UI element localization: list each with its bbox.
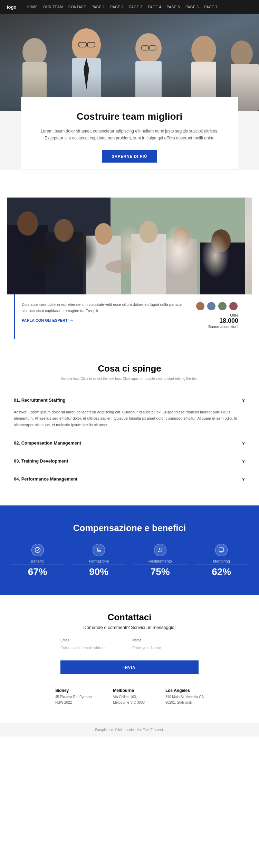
- accordion-header-1[interactable]: 01. Recruitment Staffing ∨: [10, 391, 249, 409]
- formazione-icon-wrap: [93, 544, 105, 556]
- contact-section: Contattaci Domande o commenti? Scrivici …: [0, 595, 259, 723]
- svg-point-35: [35, 547, 40, 552]
- svg-rect-32: [200, 243, 245, 294]
- nav-page4[interactable]: PAGE 4: [148, 5, 161, 9]
- contact-title: Contattaci: [10, 612, 249, 623]
- submit-button[interactable]: INVIA: [60, 660, 199, 674]
- info-body: Duis aute irure dolor in reprehenderit i…: [22, 301, 185, 314]
- nav-page6[interactable]: PAGE 6: [185, 5, 199, 9]
- svg-rect-21: [7, 225, 48, 294]
- comp-percent-reclutamento: 75%: [133, 566, 188, 577]
- oltre-label: Oltre: [195, 313, 238, 317]
- team-photo-section: [7, 198, 252, 294]
- comp-grid: Benefici 67% Formazione 90%: [10, 544, 249, 577]
- reclutamento-icon: [157, 547, 163, 553]
- nav-page1[interactable]: PAGE 1: [92, 5, 105, 9]
- navbar: logo HOME OUR TEAM CONTACT PAGE 1 PAGE 2…: [0, 0, 259, 14]
- svg-rect-19: [111, 198, 245, 294]
- hero-image: [0, 14, 259, 111]
- intro-title: Costruire team migliori: [38, 111, 221, 122]
- cosa-subtitle: Sample text. Click to select the text bo…: [10, 377, 249, 381]
- svg-point-27: [105, 260, 147, 274]
- nav-page2[interactable]: PAGE 2: [111, 5, 124, 9]
- office-name-losangeles: Los Angeles: [165, 688, 204, 693]
- svg-rect-30: [166, 239, 197, 294]
- nav-page3[interactable]: PAGE 3: [129, 5, 142, 9]
- avatar-3: [218, 301, 227, 311]
- avatar-2: [207, 301, 216, 311]
- team-photo-svg: [7, 198, 245, 294]
- accordion-label-1: 01. Recruitment Staffing: [14, 398, 66, 403]
- accordion-label-3: 03. Training Development: [14, 458, 68, 464]
- hero-svg: [0, 14, 259, 111]
- accordion-chevron-2: ∨: [242, 440, 245, 446]
- comp-item-reclutamento: Reclutamento 75%: [133, 544, 188, 577]
- nav-our-team[interactable]: OUR TEAM: [43, 5, 63, 9]
- accordion-body-1: Answer: Lorem ipsum dolor sit amet, cons…: [10, 409, 249, 434]
- svg-point-22: [17, 211, 38, 236]
- intro-body: Lorem ipsum dolor sit amet, consectetur …: [38, 128, 221, 142]
- accordion-chevron-4: ∨: [242, 476, 245, 482]
- nav-contact[interactable]: CONTACT: [68, 5, 86, 9]
- cosa-section: Cosa ci spinge Sample text. Click to sel…: [0, 349, 259, 495]
- svg-point-38: [99, 550, 101, 552]
- cosa-title: Cosa ci spinge: [10, 363, 249, 374]
- logo: logo: [7, 4, 16, 10]
- accordion-header-4[interactable]: 04. Performance Management ∨: [10, 470, 249, 488]
- reclutamento-icon-wrap: [154, 544, 166, 556]
- comp-item-formazione: Formazione 90%: [72, 544, 126, 577]
- comp-label-reclutamento: Reclutamento: [133, 559, 188, 565]
- intro-cta-button[interactable]: SAPERNE DI PIÙ: [102, 150, 157, 163]
- office-addr-sidney: 45 Pirrama Rd, PyrmontNSW 2022: [55, 694, 92, 705]
- svg-point-26: [95, 223, 113, 245]
- name-input[interactable]: [132, 643, 199, 652]
- svg-point-41: [159, 548, 161, 550]
- comp-item-benefici: Benefici 67%: [10, 544, 65, 577]
- svg-rect-17: [0, 14, 259, 111]
- mentoring-icon-wrap: [215, 544, 228, 556]
- office-name-melbourne: Melbourne: [113, 688, 145, 693]
- office-addr-melbourne: Via Collins 163,Melbourne VIC 3000: [113, 694, 145, 705]
- name-label: Name: [132, 638, 199, 642]
- name-field: Name: [132, 638, 199, 652]
- contact-subtitle: Domande o commenti? Scrivici un messaggi…: [10, 625, 249, 630]
- svg-rect-20: [111, 198, 245, 294]
- svg-point-29: [139, 221, 158, 243]
- accordion-chevron-1: ∨: [242, 398, 245, 403]
- nav-home[interactable]: HOME: [27, 5, 38, 9]
- comp-label-formazione: Formazione: [72, 559, 126, 565]
- email-input[interactable]: [60, 643, 127, 652]
- email-label: Email: [60, 638, 127, 642]
- oltre-number: 18.000: [195, 317, 238, 325]
- avatar-row: [195, 301, 238, 311]
- svg-rect-23: [45, 232, 83, 294]
- avatar-4: [229, 301, 238, 311]
- nav-page5[interactable]: PAGE 5: [167, 5, 180, 9]
- accordion-header-2[interactable]: 02. Compensation Management ∨: [10, 434, 249, 452]
- footer-note: Sample text. Click to select the Text El…: [0, 723, 259, 737]
- accordion-item-1: 01. Recruitment Staffing ∨ Answer: Lorem…: [10, 391, 249, 434]
- benefici-icon: [35, 547, 41, 553]
- svg-point-37: [97, 550, 99, 552]
- svg-rect-28: [131, 234, 166, 294]
- comp-percent-mentoring: 62%: [194, 566, 249, 577]
- office-melbourne: Melbourne Via Collins 163,Melbourne VIC …: [113, 688, 145, 705]
- email-field: Email: [60, 638, 127, 652]
- svg-point-31: [173, 227, 190, 248]
- svg-rect-34: [7, 198, 245, 294]
- offices-row: Sidney 45 Pirrama Rd, PyrmontNSW 2022 Me…: [10, 688, 249, 705]
- form-row: Email Name: [60, 638, 199, 652]
- comp-percent-formazione: 90%: [72, 566, 126, 577]
- expert-link[interactable]: PARLA CON GLI ESPERTI →: [22, 318, 74, 322]
- avatar-1: [195, 301, 205, 311]
- accordion-item-3: 03. Training Development ∨: [10, 452, 249, 470]
- accordion-header-3[interactable]: 03. Training Development ∨: [10, 452, 249, 470]
- accordion-label-4: 04. Performance Management: [14, 476, 77, 482]
- svg-point-24: [54, 219, 74, 242]
- benefici-icon-wrap: [31, 544, 44, 556]
- team-photo: [7, 198, 252, 294]
- svg-point-33: [211, 229, 231, 252]
- footer-text: Sample text. Click to select the Text El…: [95, 728, 164, 732]
- svg-point-36: [98, 548, 100, 550]
- nav-page7[interactable]: PAGE 7: [204, 5, 217, 9]
